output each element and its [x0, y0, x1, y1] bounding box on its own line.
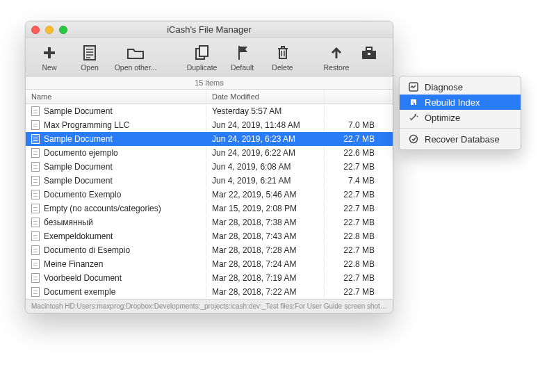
table-row[interactable]: Document exempleMar 28, 2018, 7:22 AM22.… — [26, 285, 393, 299]
folder-icon — [125, 44, 146, 62]
trash-icon — [272, 44, 293, 62]
items-count: 15 items — [26, 76, 393, 90]
minimize-window-button[interactable] — [45, 26, 54, 34]
toolbox-icon — [359, 44, 379, 62]
file-name: Documento di Esempio — [44, 245, 130, 255]
close-window-button[interactable] — [31, 26, 40, 34]
file-date: Mar 28, 2018, 7:43 AM — [206, 230, 325, 243]
column-date[interactable]: Date Modified — [206, 90, 325, 104]
table-row[interactable]: Max Programming LLCJun 24, 2019, 11:48 A… — [26, 118, 393, 132]
new-button[interactable]: New — [33, 42, 66, 73]
menu-diagnose-label: Diagnose — [425, 82, 463, 92]
duplicate-button[interactable]: Duplicate — [186, 42, 219, 73]
open-label: Open — [81, 63, 99, 72]
open-other-label: Open other... — [115, 63, 157, 72]
diagnose-icon — [408, 81, 419, 92]
menu-diagnose[interactable]: Diagnose — [400, 79, 521, 95]
file-size: 22.7 MB — [325, 272, 380, 284]
status-bar: Macintosh HD:Users:maxprog:Dropbox:Devel… — [26, 299, 393, 313]
table-row[interactable]: безымянныйMar 28, 2018, 7:38 AM22.7 MB — [26, 215, 393, 229]
menu-optimize[interactable]: Optimize — [400, 110, 521, 125]
table-header: Name Date Modified — [26, 90, 393, 104]
svg-point-7 — [410, 136, 418, 143]
toolbar: New Open Open other... Duplica — [26, 38, 393, 76]
plus-icon — [39, 44, 60, 62]
file-date: Mar 15, 2019, 2:08 PM — [206, 202, 325, 215]
table-row[interactable]: ExempeldokumentMar 28, 2018, 7:43 AM22.8… — [26, 229, 393, 243]
table-row[interactable]: Sample DocumentYesterday 5:57 AM — [26, 104, 393, 118]
file-size: 22.7 MB — [325, 216, 380, 229]
tools-menu-button[interactable] — [353, 42, 386, 73]
file-date: Jun 24, 2019, 11:48 AM — [206, 119, 325, 131]
file-name: Document exemple — [44, 287, 115, 297]
file-size: 22.7 MB — [325, 244, 380, 256]
table-row[interactable]: Sample DocumentJun 24, 2019, 6:23 AM22.7… — [26, 132, 393, 146]
open-button[interactable]: Open — [73, 42, 106, 73]
table-row[interactable]: Voorbeeld DocumentMar 28, 2018, 7:19 AM2… — [26, 271, 393, 285]
titlebar: iCash's File Manager — [26, 22, 393, 38]
file-date: Mar 28, 2018, 7:38 AM — [206, 216, 325, 229]
default-button[interactable]: Default — [226, 42, 259, 73]
document-icon — [31, 259, 40, 269]
file-name: Sample Document — [44, 134, 113, 144]
delete-button[interactable]: Delete — [266, 42, 300, 73]
svg-rect-2 — [199, 46, 208, 56]
menu-rebuild-label: Rebuild Index — [425, 97, 480, 108]
table-row[interactable]: Meine FinanzenMar 28, 2018, 7:24 AM22.8 … — [26, 257, 393, 271]
file-date: Mar 28, 2018, 7:19 AM — [206, 272, 325, 284]
window-title: iCash's File Manager — [26, 24, 393, 35]
table-row[interactable]: Documento ejemploJun 24, 2019, 6:22 AM22… — [26, 146, 393, 160]
document-icon — [31, 287, 40, 297]
menu-recover-label: Recover Database — [425, 134, 500, 145]
default-label: Default — [231, 63, 254, 72]
tools-label — [368, 63, 370, 72]
document-icon — [31, 231, 40, 241]
new-label: New — [42, 63, 56, 72]
document-icon — [31, 190, 40, 199]
file-date: Jun 24, 2019, 6:22 AM — [206, 147, 325, 159]
document-icon — [31, 162, 40, 172]
wand-icon — [408, 112, 419, 123]
table-row[interactable]: Sample DocumentJun 4, 2019, 6:21 AM7.4 M… — [26, 174, 393, 188]
file-size: 22.8 MB — [325, 258, 380, 270]
document-icon — [31, 106, 40, 116]
document-icon — [79, 44, 100, 62]
file-size: 7.0 MB — [325, 119, 380, 131]
file-size: 22.7 MB — [325, 133, 380, 145]
file-size: 22.6 MB — [325, 147, 380, 159]
document-icon — [31, 273, 40, 283]
file-name: Voorbeeld Document — [44, 273, 122, 283]
file-size: 22.7 MB — [325, 161, 380, 173]
table-row[interactable]: Documento di EsempioMar 28, 2018, 7:28 A… — [26, 243, 393, 257]
file-date: Mar 28, 2018, 7:24 AM — [206, 258, 325, 270]
file-name: Exempeldokument — [44, 231, 113, 241]
column-size[interactable] — [325, 90, 380, 104]
file-date: Mar 22, 2019, 5:46 AM — [206, 188, 325, 201]
file-name: Sample Document — [44, 162, 113, 172]
duplicate-label: Duplicate — [187, 63, 218, 72]
column-name[interactable]: Name — [26, 90, 206, 104]
menu-rebuild-index[interactable]: Rebuild Index — [400, 95, 521, 110]
table-row[interactable]: Documento ExemploMar 22, 2019, 5:46 AM22… — [26, 188, 393, 202]
restore-label: Restore — [323, 63, 349, 72]
menu-separator — [400, 128, 521, 129]
file-size: 7.4 MB — [325, 174, 380, 187]
file-date: Yesterday 5:57 AM — [206, 105, 325, 117]
file-size: 22.7 MB — [325, 286, 380, 298]
file-name: безымянный — [44, 218, 93, 227]
table-row[interactable]: Sample DocumentJun 4, 2019, 6:08 AM22.7 … — [26, 160, 393, 174]
restore-button[interactable]: Restore — [320, 42, 352, 73]
document-icon — [31, 134, 40, 144]
file-size: 22.7 MB — [325, 202, 380, 215]
zoom-window-button[interactable] — [59, 26, 67, 34]
svg-rect-4 — [366, 47, 372, 51]
file-name: Sample Document — [44, 176, 113, 186]
document-icon — [31, 148, 40, 158]
menu-recover-database[interactable]: Recover Database — [400, 131, 521, 147]
document-icon — [31, 204, 40, 213]
document-icon — [31, 218, 40, 227]
open-other-button[interactable]: Open other... — [113, 42, 158, 73]
table-row[interactable]: Empty (no accounts/categories)Mar 15, 20… — [26, 202, 393, 215]
document-icon — [31, 245, 40, 255]
file-name: Meine Finanzen — [44, 259, 103, 269]
